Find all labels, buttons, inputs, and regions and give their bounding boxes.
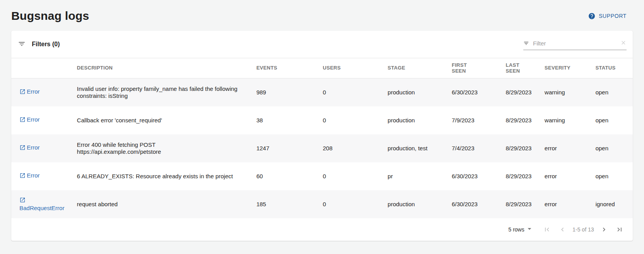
status-cell: open xyxy=(595,162,633,190)
logs-card: Filters (0) xyxy=(11,31,633,241)
description-cell: request aborted xyxy=(77,190,256,218)
last-page-button[interactable] xyxy=(612,223,627,237)
first-seen-cell: 6/30/2023 xyxy=(452,78,506,106)
next-page-button[interactable] xyxy=(596,223,612,237)
last-seen-cell: 8/29/2023 xyxy=(506,190,545,218)
first-seen-cell: 7/4/2023 xyxy=(452,134,506,162)
error-link-label: Error xyxy=(27,144,40,151)
severity-cell: warning xyxy=(545,78,595,106)
filter-field xyxy=(523,39,627,50)
rows-per-page-select[interactable]: 5 rows xyxy=(509,224,534,234)
column-header-last-seen: LAST SEEN xyxy=(506,58,545,78)
logs-table: DESCRIPTION EVENTS USERS STAGE FIRST SEE… xyxy=(11,58,633,218)
users-cell: 0 xyxy=(323,106,387,134)
filter-list-icon xyxy=(18,40,26,49)
stage-cell: production xyxy=(388,190,452,218)
first-seen-cell: 6/30/2023 xyxy=(452,162,506,190)
column-header-users: USERS xyxy=(323,58,387,78)
close-icon xyxy=(620,40,627,47)
description-cell: Invalid user info: property family_name … xyxy=(77,78,256,106)
column-header-stage: STAGE xyxy=(388,58,452,78)
events-cell: 60 xyxy=(256,162,323,190)
error-link-cell: BadRequestError xyxy=(11,190,77,218)
table-row: Error 6 ALREADY_EXISTS: Resource already… xyxy=(11,162,633,190)
page-title: Bugsnag logs xyxy=(11,9,89,23)
pagination-bar: 5 rows 1-5 of 13 xyxy=(11,218,633,241)
description-cell: 6 ALREADY_EXISTS: Resource already exist… xyxy=(77,162,256,190)
external-link-icon xyxy=(19,172,26,180)
severity-cell: error xyxy=(545,162,595,190)
first-page-button[interactable] xyxy=(539,223,555,237)
last-seen-cell: 8/29/2023 xyxy=(506,162,545,190)
first-page-icon xyxy=(543,226,551,233)
events-cell: 1247 xyxy=(256,134,323,162)
first-seen-cell: 7/9/2023 xyxy=(452,106,506,134)
users-cell: 0 xyxy=(323,78,387,106)
table-row: Error Error 400 while fetching POST http… xyxy=(11,134,633,162)
filters-label: Filters (0) xyxy=(32,41,60,48)
column-header-status: STATUS xyxy=(595,58,633,78)
error-link-label: BadRequestError xyxy=(19,205,64,211)
stage-cell: pr xyxy=(388,162,452,190)
last-page-icon xyxy=(616,226,623,233)
events-cell: 185 xyxy=(256,190,323,218)
last-seen-cell: 8/29/2023 xyxy=(506,106,545,134)
error-link-label: Error xyxy=(27,88,40,95)
column-header-description: DESCRIPTION xyxy=(77,58,256,78)
column-header-severity: SEVERITY xyxy=(545,58,595,78)
stage-cell: production, test xyxy=(388,134,452,162)
users-cell: 0 xyxy=(323,162,387,190)
column-header-link xyxy=(11,58,77,78)
status-cell: open xyxy=(595,134,633,162)
error-link[interactable]: Error xyxy=(19,144,40,152)
status-cell: ignored xyxy=(595,190,633,218)
support-label: SUPPORT xyxy=(599,13,627,19)
error-link-label: Error xyxy=(27,172,40,179)
filter-bar: Filters (0) xyxy=(11,31,633,58)
chevron-right-icon xyxy=(600,226,608,233)
external-link-icon xyxy=(19,89,26,96)
error-link[interactable]: BadRequestError xyxy=(19,197,64,212)
chevron-down-icon xyxy=(525,224,534,234)
events-cell: 38 xyxy=(256,106,323,134)
error-link-cell: Error xyxy=(11,78,77,106)
table-row: BadRequestError request aborted 185 0 pr… xyxy=(11,190,633,218)
users-cell: 0 xyxy=(323,190,387,218)
external-link-icon xyxy=(19,117,26,124)
external-link-icon xyxy=(19,144,26,152)
description-cell: Callback error 'consent_required' xyxy=(77,106,256,134)
first-seen-cell: 6/30/2023 xyxy=(452,190,506,218)
external-link-icon xyxy=(19,197,26,205)
error-link[interactable]: Error xyxy=(19,116,40,124)
table-header-row: DESCRIPTION EVENTS USERS STAGE FIRST SEE… xyxy=(11,58,633,78)
error-link-cell: Error xyxy=(11,106,77,134)
severity-cell: warning xyxy=(545,106,595,134)
table-row: Error Invalid user info: property family… xyxy=(11,78,633,106)
filter-input[interactable] xyxy=(533,40,620,47)
question-mark-circle-icon xyxy=(588,12,595,20)
last-seen-cell: 8/29/2023 xyxy=(506,78,545,106)
error-link[interactable]: Error xyxy=(19,172,40,180)
rows-per-page-label: 5 rows xyxy=(509,226,524,233)
stage-cell: production xyxy=(388,106,452,134)
previous-page-button[interactable] xyxy=(555,223,570,237)
table-body: Error Invalid user info: property family… xyxy=(11,78,633,218)
top-bar: Bugsnag logs SUPPORT xyxy=(11,0,633,31)
events-cell: 989 xyxy=(256,78,323,106)
pagination-range-label: 1-5 of 13 xyxy=(573,226,594,233)
filter-list-icon xyxy=(523,40,529,46)
stage-cell: production xyxy=(388,78,452,106)
last-seen-cell: 8/29/2023 xyxy=(506,134,545,162)
description-cell: Error 400 while fetching POST https://ap… xyxy=(77,134,256,162)
page: Bugsnag logs SUPPORT Filters (0) xyxy=(0,0,644,241)
error-link-label: Error xyxy=(27,116,40,123)
support-link[interactable]: SUPPORT xyxy=(588,12,627,20)
clear-filter-button[interactable] xyxy=(620,40,627,47)
status-cell: open xyxy=(595,78,633,106)
column-header-first-seen: FIRST SEEN xyxy=(452,58,506,78)
status-cell: open xyxy=(595,106,633,134)
filters-toggle-button[interactable]: Filters (0) xyxy=(18,40,60,49)
users-cell: 208 xyxy=(323,134,387,162)
table-row: Error Callback error 'consent_required' … xyxy=(11,106,633,134)
error-link[interactable]: Error xyxy=(19,88,40,96)
